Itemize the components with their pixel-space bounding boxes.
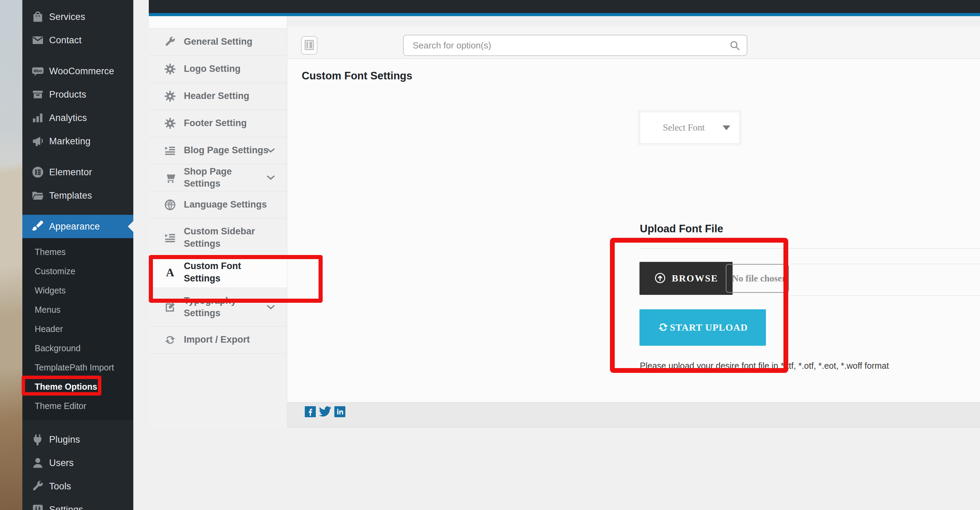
wrench-icon	[164, 36, 176, 48]
sidebar-subitem-theme-editor[interactable]: Theme Editor	[22, 396, 133, 416]
elementor-icon	[31, 166, 45, 179]
content-footer	[287, 402, 980, 427]
sidebar-item-label: Contact	[49, 35, 81, 46]
search-input[interactable]	[403, 35, 748, 56]
sidebar-subitem-themes[interactable]: Themes	[22, 242, 133, 261]
chevron-down-icon	[266, 172, 276, 183]
bag-icon	[31, 10, 45, 23]
woocommerce-icon: Woo	[31, 65, 45, 78]
annotation-box-upload	[610, 238, 788, 373]
sidebar-subitem-label: Themes	[35, 247, 66, 257]
sliders-icon	[31, 503, 45, 510]
chevron-down-icon	[266, 145, 276, 156]
sidebar-subitem-widgets[interactable]: Widgets	[22, 281, 133, 300]
sidebar-item-plugins[interactable]: Plugins	[22, 428, 133, 451]
wp-admin-sidebar: ServicesContactWooWooCommerceProductsAna…	[22, 0, 133, 510]
sidebar-item-label: Marketing	[49, 136, 91, 147]
sidebar-subitem-label: Menus	[35, 305, 60, 315]
menu-item-blog-page-settings[interactable]: Blog Page Settings	[149, 137, 287, 164]
sidebar-subitem-label: Customize	[35, 266, 75, 276]
sidebar-section: ServicesContact	[22, 5, 133, 52]
sidebar-subitem-templatepath-import[interactable]: TemplatePath Import	[22, 358, 133, 377]
archive-box-icon	[31, 88, 45, 101]
sidebar-subitem-label: Background	[35, 343, 80, 353]
folder-icon	[31, 189, 45, 202]
chevron-down-icon	[266, 302, 276, 312]
field-row-bottom-border	[789, 295, 980, 296]
theme-options-menu: General SettingLogo SettingHeader Settin…	[149, 16, 287, 427]
menu-item-custom-sidebar-settings[interactable]: Custom Sidebar Settings	[149, 218, 287, 257]
sidebar-item-appearance[interactable]: Appearance	[22, 215, 133, 238]
search-icon	[729, 40, 740, 51]
sidebar-section: ElementorTemplates	[22, 161, 133, 207]
menu-item-footer-setting[interactable]: Footer Setting	[149, 110, 287, 137]
gear-icon	[164, 117, 176, 129]
list-indent-icon	[164, 232, 176, 244]
screenshot-root: ServicesContactWooWooCommerceProductsAna…	[0, 0, 980, 510]
sidebar-section: WooWooCommerceProductsAnalyticsMarketing	[22, 59, 133, 153]
chevron-down-icon	[722, 126, 730, 130]
sidebar-item-products[interactable]: Products	[22, 83, 133, 106]
sidebar-item-label: Tools	[49, 481, 71, 492]
annotation-box-custom-font-settings	[149, 255, 323, 303]
sidebar-item-marketing[interactable]: Marketing	[22, 129, 133, 153]
sidebar-item-tools[interactable]: Tools	[22, 475, 133, 498]
sidebar-item-label: Plugins	[49, 434, 80, 445]
sidebar-subitem-header[interactable]: Header	[22, 319, 133, 338]
menu-header-strip	[149, 16, 287, 29]
menu-items: General SettingLogo SettingHeader Settin…	[149, 29, 287, 354]
sidebar-item-contact[interactable]: Contact	[22, 29, 133, 52]
menu-item-label: General Setting	[184, 36, 270, 48]
sidebar-item-label: Templates	[49, 190, 92, 201]
sidebar-item-services[interactable]: Services	[22, 5, 133, 29]
sidebar-item-label: Products	[49, 89, 86, 100]
sidebar-subitem-background[interactable]: Background	[22, 338, 133, 358]
menu-item-shop-page-settings[interactable]: Shop Page Settings	[149, 164, 287, 191]
background-photo	[0, 0, 22, 510]
sync-icon	[164, 334, 176, 346]
bar-chart-icon	[31, 112, 45, 124]
select-font-dropdown[interactable]: Select Font	[640, 112, 740, 143]
sidebar-subitem-label: Theme Editor	[35, 401, 86, 411]
menu-item-header-setting[interactable]: Header Setting	[149, 83, 287, 110]
sidebar-subitem-menus[interactable]: Menus	[22, 300, 133, 319]
paintbrush-icon	[31, 220, 45, 233]
menu-item-label: Footer Setting	[184, 117, 270, 129]
page-title: Custom Font Settings	[302, 70, 412, 82]
twitter-icon[interactable]	[318, 406, 332, 417]
list-indent-icon	[164, 144, 176, 157]
plug-icon	[31, 433, 45, 446]
sidebar-item-users[interactable]: Users	[22, 451, 133, 475]
select-font-value: Select Font	[640, 122, 722, 133]
sidebar-item-woocommerce[interactable]: WooWooCommerce	[22, 59, 133, 83]
menu-item-import-export[interactable]: Import / Export	[149, 327, 287, 354]
menu-item-language-settings[interactable]: Language Settings	[149, 191, 287, 218]
sidebar-item-templates[interactable]: Templates	[22, 184, 133, 207]
sidebar-subitem-customize[interactable]: Customize	[22, 261, 133, 281]
sidebar-item-settings[interactable]: Settings	[22, 498, 133, 510]
cart-icon	[164, 172, 176, 184]
menu-item-general-setting[interactable]: General Setting	[149, 29, 287, 56]
sidebar-item-label: Settings	[49, 505, 83, 510]
menu-item-label: Custom Sidebar Settings	[184, 225, 270, 250]
menu-item-label: Logo Setting	[184, 63, 270, 75]
topbar-accent-line	[149, 13, 980, 16]
options-toolbar	[287, 16, 980, 59]
menu-item-logo-setting[interactable]: Logo Setting	[149, 56, 287, 83]
sidebar-item-label: Appearance	[49, 222, 100, 232]
svg-text:Woo: Woo	[34, 69, 42, 73]
facebook-icon[interactable]	[305, 406, 316, 417]
menu-item-label: Shop Page Settings	[184, 166, 270, 190]
megaphone-icon	[31, 135, 45, 148]
panel-layout-button[interactable]	[301, 36, 318, 55]
gear-icon	[164, 90, 176, 102]
panel-layout-icon	[304, 39, 315, 52]
envelope-icon	[31, 33, 45, 47]
sidebar-section: PluginsUsersToolsSettings	[22, 428, 133, 510]
menu-item-label: Header Setting	[184, 90, 270, 102]
sidebar-item-analytics[interactable]: Analytics	[22, 106, 133, 129]
sidebar-item-elementor[interactable]: Elementor	[22, 161, 133, 184]
gear-icon	[164, 63, 176, 75]
search-box	[403, 35, 748, 56]
linkedin-icon[interactable]	[334, 406, 345, 417]
